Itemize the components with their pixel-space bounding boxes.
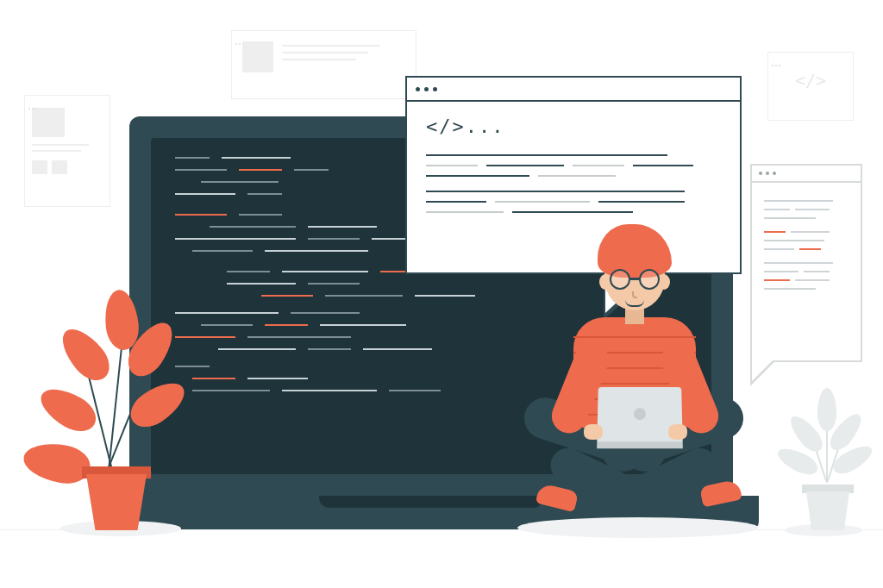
- wire-card-right: </>: [767, 52, 854, 121]
- wire-card-left: [24, 95, 110, 207]
- developer-person: [504, 224, 780, 535]
- wire-card-top: [231, 30, 416, 99]
- glasses-icon: [610, 269, 660, 288]
- small-laptop: [597, 387, 683, 448]
- gray-plant: [785, 388, 871, 535]
- orange-plant: [26, 285, 172, 543]
- code-tag-label: </>...: [426, 116, 721, 137]
- window-titlebar: [407, 78, 740, 102]
